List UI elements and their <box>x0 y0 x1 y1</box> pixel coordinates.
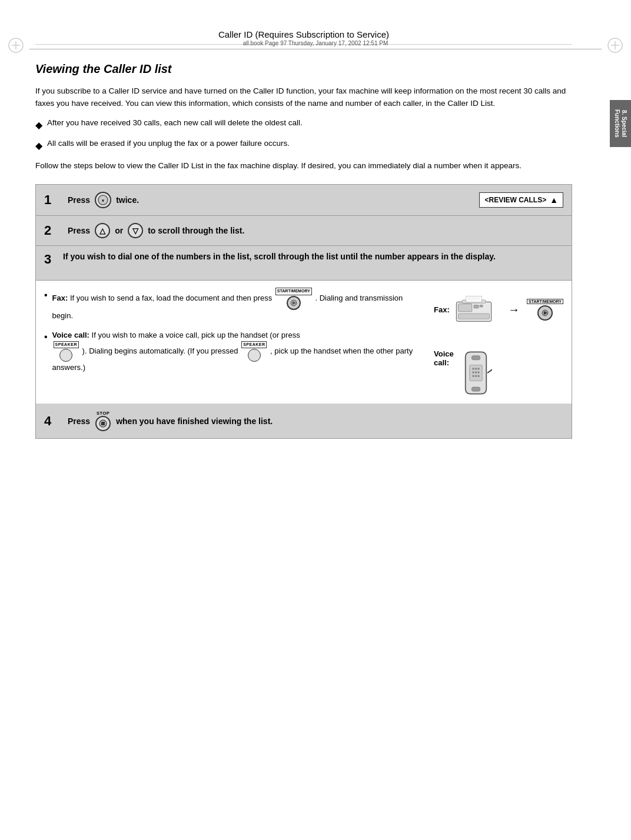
voice-bullet: • Voice call: If you wish to make a voic… <box>44 329 422 374</box>
step3-left-col: • Fax: If you wish to send a fax, load t… <box>44 288 422 396</box>
svg-point-33 <box>472 372 474 374</box>
svg-rect-28 <box>471 356 480 360</box>
step2-layout: 2 Press △ or ▽ to scroll through the lis… <box>44 223 563 238</box>
speaker-circle-2 <box>248 349 261 362</box>
diamond-icon-1: ◆ <box>35 118 42 133</box>
diamond-icon-2: ◆ <box>35 139 42 154</box>
stop-circle <box>95 416 111 431</box>
svg-rect-22 <box>466 296 481 302</box>
svg-point-31 <box>474 368 477 370</box>
svg-point-35 <box>477 372 480 374</box>
speaker-button-2: SPEAKER <box>241 341 267 362</box>
svg-rect-18 <box>474 305 479 308</box>
start-memory-circle <box>287 296 301 310</box>
speaker-circle-1 <box>59 349 72 362</box>
step4-suffix: when you have finished viewing the list. <box>116 416 273 426</box>
speaker-label-1: SPEAKER <box>54 341 79 349</box>
fax-bullet: • Fax: If you wish to send a fax, load t… <box>44 288 422 321</box>
svg-rect-17 <box>458 304 471 312</box>
step3-right-col: Fax: <box>434 288 563 396</box>
fax-bullet-text: Fax: If you wish to send a fax, load the… <box>52 288 422 321</box>
start-memory-button-image: START/MEMORY <box>527 299 563 321</box>
scroll-down-button-icon: ▽ <box>128 223 143 238</box>
step3-header: 3 If you wish to dial one of the numbers… <box>36 246 572 281</box>
step4-press-label: Press <box>68 416 90 426</box>
voice-label: Voice call: <box>52 331 89 339</box>
fax-image-label: Fax: <box>434 305 450 314</box>
step-1: 1 Press ▼ twice. <REVIEW CALLS> ▲ <box>36 185 572 216</box>
fax-device-image <box>454 288 501 332</box>
speaker-label-2: SPEAKER <box>241 341 267 349</box>
step2-number: 2 <box>44 223 58 238</box>
speaker-button-1: SPEAKER <box>54 341 79 362</box>
start-memory-img-label: START/MEMORY <box>527 299 563 304</box>
step3-body: • Fax: If you wish to send a fax, load t… <box>36 281 572 404</box>
svg-rect-39 <box>471 387 480 391</box>
step3-two-col: • Fax: If you wish to send a fax, load t… <box>44 288 563 396</box>
fax-text: If you wish to send a fax, load the docu… <box>70 294 274 303</box>
scroll-up-button-icon: △ <box>95 223 110 238</box>
step1-left: 1 Press ▼ twice. <box>44 192 139 208</box>
step3-number: 3 <box>44 252 58 267</box>
stop-label: STOP <box>97 411 109 416</box>
svg-point-37 <box>474 375 477 378</box>
svg-point-36 <box>472 375 474 378</box>
start-memory-img-circle <box>537 305 553 321</box>
bullet-dot-voice: • <box>44 330 48 344</box>
step4-number: 4 <box>44 414 58 429</box>
step2-suffix: to scroll through the list. <box>148 226 244 235</box>
handset-device-image <box>460 349 492 396</box>
start-memory-label: START/MEMORY <box>275 288 312 295</box>
svg-rect-41 <box>101 422 105 425</box>
step-2: 2 Press △ or ▽ to scroll through the lis… <box>36 216 572 246</box>
follow-paragraph: Follow the steps below to view the Calle… <box>35 160 572 172</box>
svg-point-38 <box>477 375 480 378</box>
bullet-item-1: ◆ After you have received 30 calls, each… <box>35 117 572 133</box>
step3-title: 3 If you wish to dial one of the numbers… <box>44 252 563 267</box>
svg-point-32 <box>477 368 480 370</box>
steps-container: 1 Press ▼ twice. <REVIEW CALLS> ▲ <box>35 184 572 439</box>
menu-button-icon: ▼ <box>95 192 111 208</box>
reg-mark-tl <box>7 36 25 54</box>
intro-paragraph: If you subscribe to a Caller ID service … <box>35 85 572 110</box>
step1-press-label: Press <box>68 195 90 205</box>
step1-layout: 1 Press ▼ twice. <REVIEW CALLS> ▲ <box>44 192 563 208</box>
page: all.book Page 97 Thursday, January 17, 2… <box>0 29 631 840</box>
bullet-item-2: ◆ All calls will be erased if you unplug… <box>35 138 572 154</box>
svg-text:▼: ▼ <box>101 198 105 204</box>
step2-press-label: Press <box>68 226 90 235</box>
fax-arrow-icon: → <box>508 303 520 316</box>
bullet-dot-fax: • <box>44 288 48 302</box>
svg-point-34 <box>474 372 477 374</box>
step1-number: 1 <box>44 192 58 208</box>
file-info-bar: all.book Page 97 Thursday, January 17, 2… <box>29 40 602 49</box>
svg-point-30 <box>472 368 474 370</box>
voice-text1: If you wish to make a voice call, pick u… <box>92 331 300 339</box>
reg-mark-tr <box>606 36 624 54</box>
step-3: 3 If you wish to dial one of the numbers… <box>36 246 572 404</box>
main-content: Caller ID (Requires Subscription to Serv… <box>35 29 596 439</box>
step4-layout: 4 Press STOP when you have finished view… <box>44 411 563 431</box>
side-tab: 8. Special Functions <box>610 100 631 147</box>
voice-bullet-text: Voice call: If you wish to make a voice … <box>52 329 422 374</box>
start-memory-button-inline: START/MEMORY <box>275 288 312 310</box>
review-calls-box: <REVIEW CALLS> ▲ <box>479 192 563 208</box>
review-arrow-icon: ▲ <box>550 195 558 205</box>
stop-button: STOP <box>95 411 111 431</box>
voice-image-label: Voice call: <box>434 349 454 367</box>
step1-suffix: twice. <box>116 195 139 205</box>
step3-title-text: If you wish to dial one of the numbers i… <box>63 252 496 261</box>
step2-or-text: or <box>115 226 123 235</box>
voice-image-area: Voice call: <box>434 349 563 396</box>
svg-rect-20 <box>458 314 489 319</box>
fax-image-area: Fax: <box>434 288 563 332</box>
voice-text2: ). Dialing begins automatically. (If you… <box>82 346 241 355</box>
svg-rect-19 <box>480 305 483 307</box>
fax-label: Fax: <box>52 294 68 303</box>
step-4: 4 Press STOP when you have finished view… <box>36 404 572 438</box>
section-title: Viewing the Caller ID list <box>35 62 572 76</box>
